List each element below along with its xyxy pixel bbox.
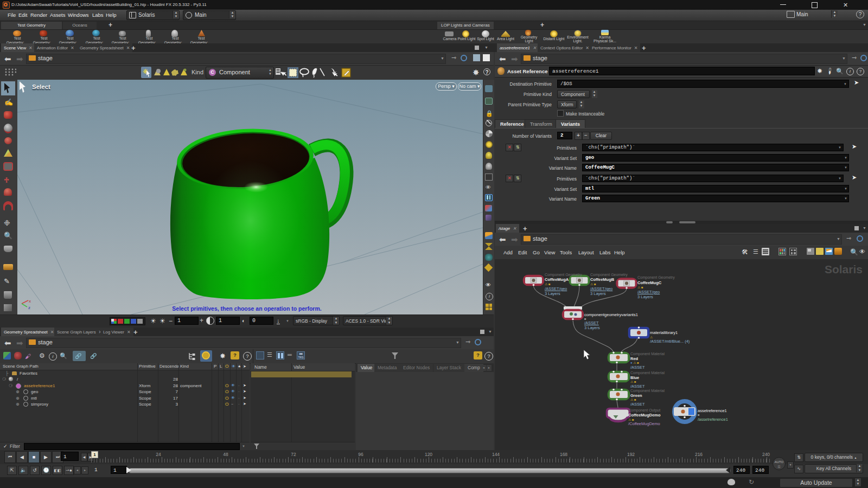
- svg-text:144: 144: [492, 452, 500, 457]
- svg-text:216: 216: [695, 452, 703, 457]
- svg-text:24: 24: [156, 452, 161, 457]
- svg-text:96: 96: [358, 452, 363, 457]
- svg-text:48: 48: [223, 452, 228, 457]
- svg-text:240: 240: [762, 452, 770, 457]
- svg-text:192: 192: [627, 452, 635, 457]
- svg-text:168: 168: [560, 452, 567, 457]
- svg-text:x: x: [29, 299, 31, 304]
- svg-text:120: 120: [425, 452, 432, 457]
- svg-text:72: 72: [291, 452, 296, 457]
